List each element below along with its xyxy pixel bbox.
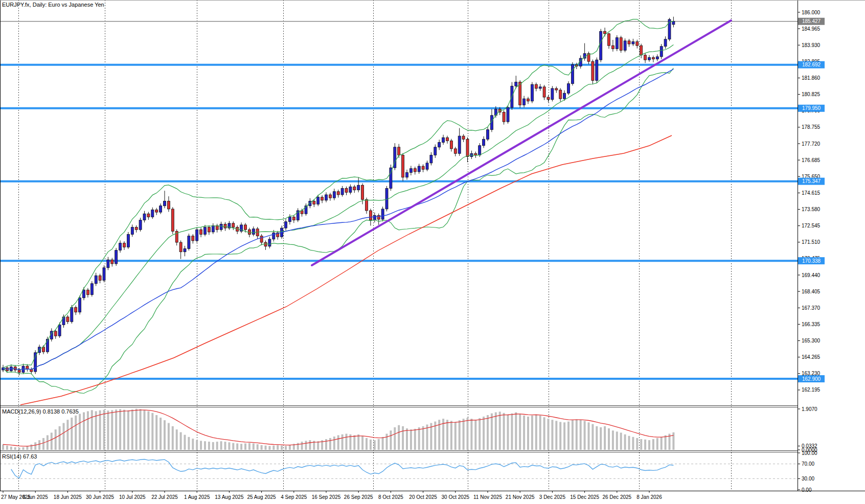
macd-bar: [135, 408, 138, 450]
bull-candle: [103, 268, 105, 281]
bull-candle: [349, 187, 352, 192]
macd-bar: [329, 438, 331, 450]
macd-bar: [459, 420, 461, 450]
macd-bar: [79, 414, 81, 450]
sr-price-badge: 162.900: [802, 376, 821, 382]
macd-bar: [216, 442, 218, 450]
bear-candle: [414, 169, 416, 172]
bear-candle: [75, 307, 77, 312]
bull-candle: [139, 220, 142, 230]
price-tick-label: 184.965: [802, 26, 821, 32]
macd-bar: [123, 410, 125, 450]
macd-bar: [228, 442, 230, 450]
macd-bar: [519, 414, 521, 450]
rsi-indicator-label: RSI(14) 67.63: [2, 453, 37, 460]
macd-bar: [257, 444, 259, 450]
bull-candle: [90, 284, 93, 295]
bull-candle: [571, 64, 574, 83]
bull-candle: [430, 155, 432, 163]
bull-candle: [131, 227, 133, 235]
bear-candle: [167, 201, 170, 209]
macd-bar: [467, 418, 469, 450]
macd-bar: [624, 434, 626, 450]
macd-bar: [55, 429, 57, 450]
macd-name: MACD(12,26,9): [2, 408, 41, 415]
macd-bar: [168, 423, 170, 450]
bull-candle: [438, 143, 441, 147]
macd-bar: [495, 413, 497, 450]
chart-background: [0, 0, 865, 504]
bear-candle: [135, 227, 138, 230]
bear-candle: [604, 31, 606, 34]
macd-bar: [511, 414, 513, 450]
price-tick-label: 165.300: [802, 338, 821, 343]
bear-candle: [155, 210, 158, 212]
bull-candle: [418, 166, 420, 172]
macd-bar: [119, 409, 121, 450]
macd-bar: [99, 410, 101, 450]
macd-bar: [608, 428, 610, 450]
price-chart-canvas[interactable]: 186.000184.965183.930182.895181.860180.8…: [0, 0, 865, 504]
bull-candle: [357, 185, 360, 190]
rsi-axis-label: 70.00: [802, 461, 814, 467]
bear-candle: [620, 38, 622, 51]
macd-bar: [47, 435, 49, 450]
bull-candle: [333, 192, 335, 198]
macd-bar: [200, 441, 202, 450]
macd-bar: [75, 416, 77, 450]
price-tick-label: 172.545: [802, 223, 821, 228]
macd-bar: [115, 409, 117, 450]
bull-candle: [600, 31, 602, 60]
bull-candle: [648, 57, 651, 60]
bull-candle: [220, 224, 222, 230]
macd-bar: [507, 415, 509, 450]
macd-bar: [559, 422, 561, 450]
macd-bar: [160, 418, 162, 450]
bear-candle: [636, 41, 639, 45]
bear-candle: [454, 149, 457, 153]
bear-candle: [446, 138, 449, 141]
macd-bar: [361, 436, 363, 450]
macd-bar: [91, 410, 93, 450]
macd-axis-label: 1.9070: [802, 406, 817, 412]
macd-bar: [309, 440, 311, 450]
macd-bar: [591, 424, 594, 450]
bear-candle: [313, 201, 315, 204]
macd-bar: [382, 437, 384, 450]
bear-candle: [591, 61, 594, 80]
macd-bar: [59, 426, 61, 450]
time-tick-label: 15 Dec 2025: [570, 494, 599, 500]
macd-bar: [410, 429, 412, 450]
price-tick-label: 178.755: [802, 124, 821, 130]
macd-bar: [204, 441, 206, 450]
macd-bar: [446, 420, 448, 450]
price-tick-label: 183.930: [802, 42, 821, 48]
bear-candle: [123, 243, 126, 247]
bear-candle: [248, 230, 251, 234]
macd-bar: [479, 418, 481, 450]
macd-bar: [220, 441, 222, 450]
bear-candle: [18, 370, 20, 373]
macd-bar: [386, 434, 388, 450]
macd-bar: [131, 409, 133, 450]
macd-bar: [107, 410, 109, 450]
bear-candle: [422, 166, 424, 169]
bull-candle: [664, 39, 667, 47]
macd-bar: [422, 426, 424, 450]
bull-candle: [95, 276, 97, 284]
bear-candle: [369, 211, 372, 220]
macd-bar: [576, 419, 578, 450]
bear-candle: [147, 214, 150, 217]
macd-bar: [616, 431, 618, 450]
macd-bar: [281, 446, 283, 450]
macd-bar: [261, 445, 263, 450]
macd-bar: [140, 409, 142, 450]
bear-candle: [652, 57, 654, 59]
macd-bar: [277, 445, 279, 450]
macd-bar: [337, 435, 339, 450]
macd-bar: [353, 435, 355, 450]
macd-bar: [548, 419, 550, 450]
bull-candle: [252, 229, 255, 235]
time-tick-label: 25 Aug 2025: [247, 494, 277, 500]
macd-bar: [272, 446, 275, 450]
